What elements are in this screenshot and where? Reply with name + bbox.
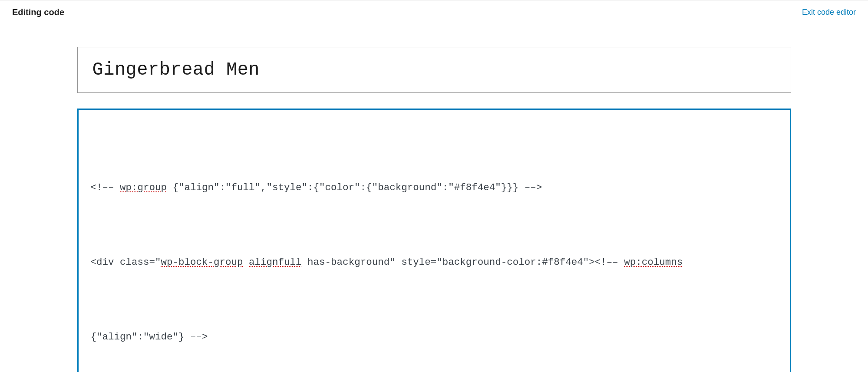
post-content-code-textarea[interactable]: <!–– wp:group {"align":"full","style":{"…: [77, 109, 791, 372]
exit-code-editor-link[interactable]: Exit code editor: [802, 8, 856, 17]
editor-header: Editing code Exit code editor: [0, 0, 868, 28]
editor-area: <!–– wp:group {"align":"full","style":{"…: [65, 47, 803, 372]
code-line: {"align":"wide"} ––>: [91, 325, 778, 349]
post-title-input[interactable]: [77, 47, 791, 93]
code-line: <div class="wp-block-group alignfull has…: [91, 250, 778, 275]
code-line: <!–– wp:group {"align":"full","style":{"…: [91, 175, 778, 200]
editor-mode-title: Editing code: [12, 7, 64, 17]
